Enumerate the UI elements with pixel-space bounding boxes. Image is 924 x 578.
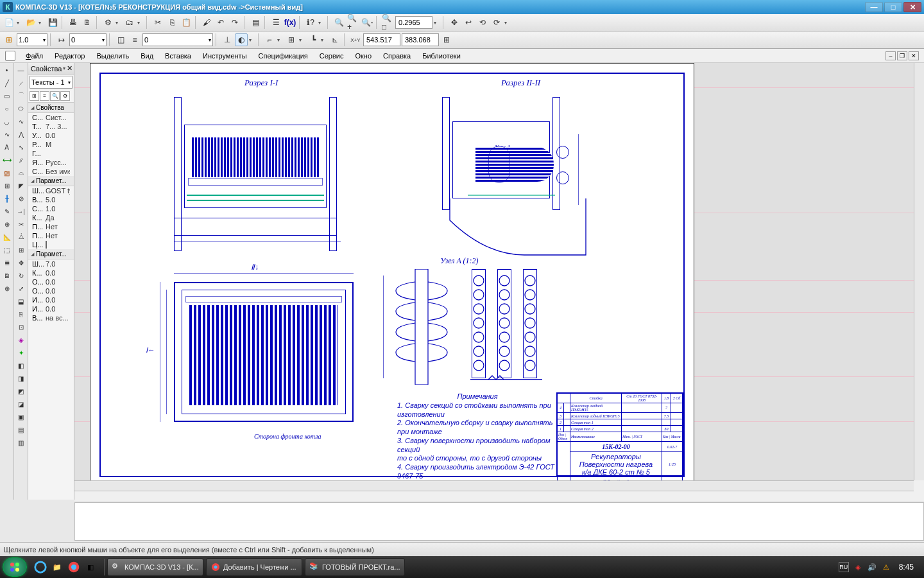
open-icon[interactable]: 📂 (24, 16, 37, 29)
edit-tool-icon[interactable]: ✎ (1, 206, 13, 217)
vars-icon[interactable]: f(x) (284, 16, 296, 29)
preview-icon[interactable]: 🗎 (81, 16, 94, 29)
coords-icon[interactable]: X+Y (349, 33, 362, 46)
zoom-fit-icon[interactable]: 🔍□ (381, 16, 394, 29)
tray-shield-icon[interactable]: ◈ (853, 562, 863, 572)
manage-dropdown[interactable]: ▾ (137, 20, 144, 26)
prop-section-1[interactable]: Свойства (28, 103, 74, 113)
prop-row[interactable]: Т...7... 3... (28, 122, 74, 131)
grid-icon[interactable]: ⊞ (285, 33, 298, 46)
update-dropdown[interactable]: ▾ (504, 20, 511, 26)
misc2-icon[interactable]: ◨ (15, 372, 27, 384)
menu-view[interactable]: Вид (135, 51, 158, 61)
coord-toggle-icon[interactable]: ⊞ (440, 33, 453, 46)
spec-tool-icon[interactable]: ≣ (1, 257, 13, 268)
ql-chrome-icon[interactable] (67, 560, 81, 574)
curve-icon[interactable]: ⌒ (15, 90, 27, 101)
coord-x-input[interactable] (363, 33, 400, 46)
zoom-prev-icon[interactable]: ↩ (462, 16, 475, 29)
mdi-minimize-button[interactable]: – (886, 51, 896, 60)
circle-tool-icon[interactable]: ○ (1, 103, 13, 114)
prop-row[interactable]: Ш...GOST ty (28, 186, 74, 195)
prop-row[interactable]: К...0.0 (28, 268, 74, 277)
polyline-icon[interactable]: ⋀ (15, 128, 27, 140)
prop-row[interactable]: В...5.0 (28, 195, 74, 204)
task-browser[interactable]: Добавить | Чертежи ... (206, 558, 302, 576)
cut-icon[interactable]: ✂ (151, 16, 164, 29)
maximize-button[interactable]: □ (884, 2, 902, 12)
macro-icon[interactable]: ◈ (15, 334, 27, 346)
prop-row[interactable]: С...Сист... (28, 113, 74, 122)
localcs-icon[interactable]: ┗ (307, 33, 320, 46)
ql-folder-icon[interactable]: 📁 (50, 560, 64, 574)
prop-row[interactable]: С...Без имен (28, 167, 74, 176)
prop-row[interactable]: Г... (28, 149, 74, 158)
misc7-icon[interactable]: ▥ (15, 437, 27, 448)
task-kompas[interactable]: ⚙ КОМПАС-3D V13 - [К... (107, 558, 203, 576)
localcs-dropdown[interactable]: ▾ (321, 37, 327, 43)
prop-row[interactable]: Ш...7.0 (28, 259, 74, 268)
coord-y-input[interactable] (402, 33, 439, 46)
print-icon[interactable]: 🖶 (67, 16, 80, 29)
axis-tool-icon[interactable]: ╂ (1, 193, 13, 204)
close-button[interactable]: ✕ (903, 2, 921, 12)
ellipse-icon[interactable]: ⬭ (15, 103, 27, 114)
pan-icon[interactable]: ✥ (448, 16, 461, 29)
prop-row[interactable]: К...Да (28, 213, 74, 222)
start-button[interactable] (3, 557, 27, 577)
menu-window[interactable]: Окно (350, 51, 377, 61)
prop-row[interactable]: Ц... (28, 240, 74, 249)
round-icon[interactable]: ◐ (235, 33, 248, 46)
menu-insert[interactable]: Вставка (160, 51, 196, 61)
tray-sound-icon[interactable]: 🔊 (867, 562, 877, 572)
mdi-close-button[interactable]: ✕ (909, 51, 919, 60)
props-dropdown[interactable]: ▾ (116, 20, 122, 26)
drawing-canvas[interactable]: Разрез I-I Разрез II-II Узел A (1:2) Узе… (74, 63, 914, 480)
menu-file[interactable]: Файлdocument.currentScript.previousSibli… (21, 51, 48, 61)
props-icon[interactable]: ⚙ (101, 16, 114, 29)
prop-row[interactable]: Р...М (28, 140, 74, 149)
seg2-icon[interactable]: ⟋ (15, 77, 27, 89)
menu-help[interactable]: Справка (378, 51, 416, 61)
prop-section-3[interactable]: Парамет... (28, 249, 74, 259)
vertical-scrollbar[interactable] (914, 63, 924, 480)
prop-row[interactable]: И...0.0 (28, 295, 74, 304)
prop-row[interactable]: С...1.0 (28, 204, 74, 213)
prop-row[interactable]: И...0.0 (28, 304, 74, 313)
task-winrar[interactable]: 📚 ГОТОВЫЙ ПРОЕКТ.ra... (305, 558, 405, 576)
prop-row[interactable]: У...0.0 (28, 131, 74, 140)
grid-snap-icon[interactable]: ⊞ (3, 33, 15, 46)
seg-icon[interactable]: — (15, 64, 27, 76)
hatch-tool-icon[interactable]: ▨ (1, 167, 13, 179)
zoom-dropdown[interactable]: ▾ (434, 20, 440, 26)
arc-tool-icon[interactable]: ◡ (1, 116, 13, 127)
open-dropdown[interactable]: ▾ (38, 20, 45, 26)
save-icon[interactable]: 💾 (46, 16, 59, 29)
linestyle-icon[interactable]: ≡ (128, 33, 141, 46)
copy-geom-icon[interactable]: ⎘ (15, 308, 27, 320)
move-icon[interactable]: ✥ (15, 257, 27, 268)
new-doc-icon[interactable]: 📄 (3, 16, 15, 29)
bezier-icon[interactable]: ∿ (15, 116, 27, 127)
table-tool-icon[interactable]: ⊞ (1, 180, 13, 191)
prop-row[interactable]: П...Нет (28, 231, 74, 240)
tray-warn-icon[interactable]: ⚠ (881, 562, 891, 572)
prop-row[interactable]: П...Нет (28, 222, 74, 231)
linestyle-select[interactable]: 0▾ (142, 33, 213, 46)
array-icon[interactable]: ⊞ (15, 244, 27, 256)
help-dropdown[interactable]: ▾ (318, 20, 325, 26)
ortho-icon[interactable]: ⊥ (221, 33, 234, 46)
layer-state-icon[interactable]: ◫ (114, 33, 127, 46)
picon-3[interactable]: 🔍 (50, 91, 60, 101)
group-icon[interactable]: ⊡ (15, 321, 27, 333)
step-icon[interactable]: ↦ (55, 33, 68, 46)
text-tool-icon[interactable]: A (1, 141, 13, 153)
properties-close-icon[interactable]: ✕ (67, 64, 73, 73)
report-tool-icon[interactable]: 🗎 (1, 270, 13, 281)
measure-tool-icon[interactable]: 📐 (1, 231, 13, 243)
extend-icon[interactable]: →| (15, 206, 27, 217)
picon-4[interactable]: ⚙ (60, 91, 70, 101)
tray-clock[interactable]: 8:45 (895, 563, 918, 572)
tray-lang-icon[interactable]: RU (839, 562, 849, 572)
grid-dropdown[interactable]: ▾ (299, 37, 305, 43)
